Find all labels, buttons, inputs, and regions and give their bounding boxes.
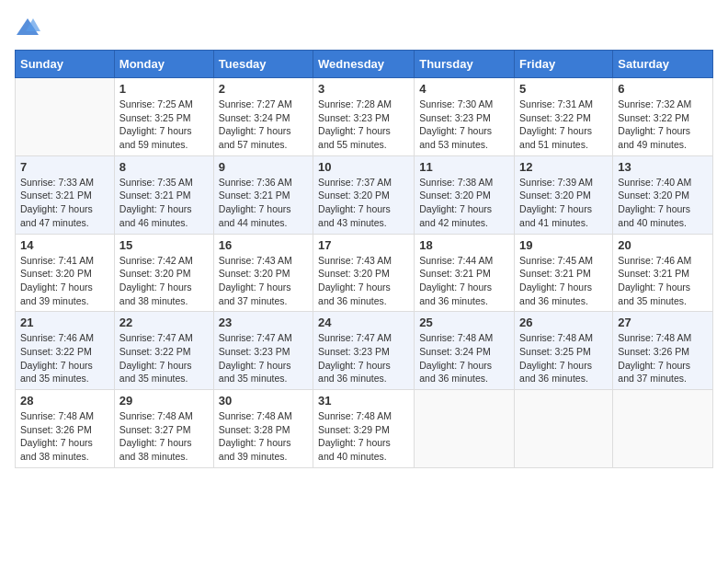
- day-info: Sunrise: 7:35 AM Sunset: 3:21 PM Dayligh…: [119, 176, 209, 230]
- day-number: 4: [419, 82, 509, 96]
- day-number: 23: [219, 316, 308, 329]
- day-info: Sunrise: 7:25 AM Sunset: 3:25 PM Dayligh…: [119, 98, 209, 152]
- day-info: Sunrise: 7:48 AM Sunset: 3:26 PM Dayligh…: [618, 331, 708, 385]
- day-info: Sunrise: 7:31 AM Sunset: 3:22 PM Dayligh…: [519, 98, 608, 152]
- day-number: 11: [419, 160, 509, 174]
- day-info: Sunrise: 7:46 AM Sunset: 3:21 PM Dayligh…: [618, 254, 708, 308]
- day-info: Sunrise: 7:43 AM Sunset: 3:20 PM Dayligh…: [219, 254, 308, 308]
- weekday-header-wednesday: Wednesday: [313, 51, 415, 78]
- calendar-cell: 29Sunrise: 7:48 AM Sunset: 3:27 PM Dayli…: [114, 390, 213, 468]
- calendar-cell: 24Sunrise: 7:47 AM Sunset: 3:23 PM Dayli…: [313, 312, 415, 390]
- day-number: 21: [20, 316, 109, 329]
- day-info: Sunrise: 7:32 AM Sunset: 3:22 PM Dayligh…: [618, 98, 708, 152]
- calendar-week-row: 14Sunrise: 7:41 AM Sunset: 3:20 PM Dayli…: [16, 234, 713, 312]
- day-info: Sunrise: 7:47 AM Sunset: 3:22 PM Dayligh…: [119, 331, 209, 385]
- day-info: Sunrise: 7:39 AM Sunset: 3:20 PM Dayligh…: [519, 176, 608, 230]
- calendar-cell: 26Sunrise: 7:48 AM Sunset: 3:25 PM Dayli…: [515, 312, 613, 390]
- day-info: Sunrise: 7:41 AM Sunset: 3:20 PM Dayligh…: [20, 254, 109, 308]
- day-number: 12: [519, 160, 608, 174]
- weekday-header-tuesday: Tuesday: [213, 51, 313, 78]
- day-number: 18: [419, 238, 509, 252]
- day-info: Sunrise: 7:44 AM Sunset: 3:21 PM Dayligh…: [419, 254, 509, 308]
- day-info: Sunrise: 7:48 AM Sunset: 3:26 PM Dayligh…: [20, 409, 109, 464]
- day-number: 24: [318, 316, 409, 329]
- calendar-cell: 19Sunrise: 7:45 AM Sunset: 3:21 PM Dayli…: [515, 234, 613, 312]
- weekday-header-monday: Monday: [114, 51, 213, 78]
- calendar-cell: 3Sunrise: 7:28 AM Sunset: 3:23 PM Daylig…: [313, 78, 415, 156]
- day-number: 14: [20, 238, 109, 252]
- day-number: 13: [618, 160, 708, 174]
- calendar-cell: 28Sunrise: 7:48 AM Sunset: 3:26 PM Dayli…: [16, 390, 115, 468]
- calendar-cell: 27Sunrise: 7:48 AM Sunset: 3:26 PM Dayli…: [613, 312, 713, 390]
- calendar-cell: 14Sunrise: 7:41 AM Sunset: 3:20 PM Dayli…: [16, 234, 115, 312]
- day-info: Sunrise: 7:47 AM Sunset: 3:23 PM Dayligh…: [318, 331, 409, 385]
- day-info: Sunrise: 7:48 AM Sunset: 3:27 PM Dayligh…: [119, 409, 209, 464]
- day-number: 8: [119, 160, 209, 174]
- day-number: 2: [219, 82, 308, 96]
- day-number: 25: [419, 316, 509, 329]
- calendar-cell: 6Sunrise: 7:32 AM Sunset: 3:22 PM Daylig…: [613, 78, 713, 156]
- calendar-cell: 7Sunrise: 7:33 AM Sunset: 3:21 PM Daylig…: [16, 155, 115, 234]
- calendar-cell: 17Sunrise: 7:43 AM Sunset: 3:20 PM Dayli…: [313, 234, 415, 312]
- day-info: Sunrise: 7:30 AM Sunset: 3:23 PM Dayligh…: [419, 98, 509, 152]
- day-number: 10: [318, 160, 409, 174]
- calendar-cell: 23Sunrise: 7:47 AM Sunset: 3:23 PM Dayli…: [213, 312, 313, 390]
- day-number: 31: [318, 394, 409, 408]
- calendar-cell: 15Sunrise: 7:42 AM Sunset: 3:20 PM Dayli…: [114, 234, 213, 312]
- calendar-cell: [613, 390, 713, 468]
- calendar-body: 1Sunrise: 7:25 AM Sunset: 3:25 PM Daylig…: [16, 78, 713, 468]
- calendar-cell: 10Sunrise: 7:37 AM Sunset: 3:20 PM Dayli…: [313, 155, 415, 234]
- day-number: 22: [119, 316, 209, 329]
- day-number: 5: [519, 82, 608, 96]
- calendar-header: SundayMondayTuesdayWednesdayThursdayFrid…: [16, 51, 713, 78]
- day-number: 9: [219, 160, 308, 174]
- calendar-cell: [415, 390, 515, 468]
- calendar-cell: 18Sunrise: 7:44 AM Sunset: 3:21 PM Dayli…: [415, 234, 515, 312]
- day-number: 20: [618, 238, 708, 252]
- weekday-header-row: SundayMondayTuesdayWednesdayThursdayFrid…: [16, 51, 713, 78]
- day-info: Sunrise: 7:46 AM Sunset: 3:22 PM Dayligh…: [20, 331, 109, 385]
- calendar-cell: 13Sunrise: 7:40 AM Sunset: 3:20 PM Dayli…: [613, 155, 713, 234]
- calendar-week-row: 28Sunrise: 7:48 AM Sunset: 3:26 PM Dayli…: [16, 390, 713, 468]
- day-number: 29: [119, 394, 209, 408]
- calendar-cell: 22Sunrise: 7:47 AM Sunset: 3:22 PM Dayli…: [114, 312, 213, 390]
- day-info: Sunrise: 7:48 AM Sunset: 3:24 PM Dayligh…: [419, 331, 509, 385]
- calendar-cell: 1Sunrise: 7:25 AM Sunset: 3:25 PM Daylig…: [114, 78, 213, 156]
- day-number: 27: [618, 316, 708, 329]
- calendar-cell: 21Sunrise: 7:46 AM Sunset: 3:22 PM Dayli…: [16, 312, 115, 390]
- day-number: 30: [219, 394, 308, 408]
- calendar-cell: 12Sunrise: 7:39 AM Sunset: 3:20 PM Dayli…: [515, 155, 613, 234]
- calendar-cell: [16, 78, 115, 156]
- day-info: Sunrise: 7:47 AM Sunset: 3:23 PM Dayligh…: [219, 331, 308, 385]
- weekday-header-friday: Friday: [515, 51, 613, 78]
- day-info: Sunrise: 7:43 AM Sunset: 3:20 PM Dayligh…: [318, 254, 409, 308]
- calendar-cell: 4Sunrise: 7:30 AM Sunset: 3:23 PM Daylig…: [415, 78, 515, 156]
- day-info: Sunrise: 7:38 AM Sunset: 3:20 PM Dayligh…: [419, 176, 509, 230]
- day-info: Sunrise: 7:42 AM Sunset: 3:20 PM Dayligh…: [119, 254, 209, 308]
- weekday-header-sunday: Sunday: [16, 51, 115, 78]
- day-number: 28: [20, 394, 109, 408]
- calendar-cell: 11Sunrise: 7:38 AM Sunset: 3:20 PM Dayli…: [415, 155, 515, 234]
- day-info: Sunrise: 7:48 AM Sunset: 3:28 PM Dayligh…: [219, 409, 308, 464]
- calendar-cell: 5Sunrise: 7:31 AM Sunset: 3:22 PM Daylig…: [515, 78, 613, 156]
- day-number: 6: [618, 82, 708, 96]
- calendar-cell: 16Sunrise: 7:43 AM Sunset: 3:20 PM Dayli…: [213, 234, 313, 312]
- weekday-header-thursday: Thursday: [415, 51, 515, 78]
- calendar-week-row: 21Sunrise: 7:46 AM Sunset: 3:22 PM Dayli…: [16, 312, 713, 390]
- day-info: Sunrise: 7:37 AM Sunset: 3:20 PM Dayligh…: [318, 176, 409, 230]
- day-number: 3: [318, 82, 409, 96]
- day-number: 16: [219, 238, 308, 252]
- day-info: Sunrise: 7:48 AM Sunset: 3:25 PM Dayligh…: [519, 331, 608, 385]
- calendar-cell: 9Sunrise: 7:36 AM Sunset: 3:21 PM Daylig…: [213, 155, 313, 234]
- calendar-table: SundayMondayTuesdayWednesdayThursdayFrid…: [15, 50, 713, 468]
- day-number: 7: [20, 160, 109, 174]
- day-info: Sunrise: 7:36 AM Sunset: 3:21 PM Dayligh…: [219, 176, 308, 230]
- day-info: Sunrise: 7:33 AM Sunset: 3:21 PM Dayligh…: [20, 176, 109, 230]
- calendar-week-row: 1Sunrise: 7:25 AM Sunset: 3:25 PM Daylig…: [16, 78, 713, 156]
- calendar-week-row: 7Sunrise: 7:33 AM Sunset: 3:21 PM Daylig…: [16, 155, 713, 234]
- calendar-cell: 31Sunrise: 7:48 AM Sunset: 3:29 PM Dayli…: [313, 390, 415, 468]
- calendar-cell: 8Sunrise: 7:35 AM Sunset: 3:21 PM Daylig…: [114, 155, 213, 234]
- day-info: Sunrise: 7:40 AM Sunset: 3:20 PM Dayligh…: [618, 176, 708, 230]
- calendar-cell: 20Sunrise: 7:46 AM Sunset: 3:21 PM Dayli…: [613, 234, 713, 312]
- calendar-cell: [515, 390, 613, 468]
